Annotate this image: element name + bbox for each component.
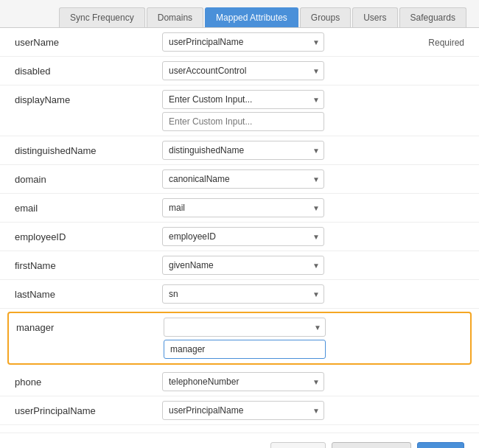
tab-domains[interactable]: Domains bbox=[147, 7, 203, 27]
tab-groups[interactable]: Groups bbox=[300, 7, 351, 27]
attr-row-disabled: disableduserAccountControl▼ bbox=[0, 57, 479, 85]
attr-input-wrapper-displayName: Enter Custom Input...▼ bbox=[162, 90, 464, 131]
attr-input-wrapper-firstName: givenName▼ bbox=[162, 256, 464, 275]
tab-safeguards[interactable]: Safeguards bbox=[399, 7, 466, 27]
select-distinguishedName[interactable]: distinguishedName bbox=[162, 141, 324, 160]
attr-label-email: email bbox=[15, 198, 162, 214]
tab-mapped-attributes[interactable]: Mapped Attributes bbox=[205, 7, 298, 27]
attr-label-lastName: lastName bbox=[15, 284, 162, 300]
cancel-button[interactable]: Cancel bbox=[270, 442, 325, 448]
attr-input-wrapper-userName: userPrincipalName▼ bbox=[162, 32, 421, 52]
select-lastName[interactable]: sn bbox=[162, 284, 324, 304]
custom-input-displayName[interactable] bbox=[162, 112, 324, 131]
required-badge: Required bbox=[428, 32, 464, 48]
attr-input-wrapper-manager: ▼ bbox=[164, 318, 463, 359]
attr-row-userName: userNameuserPrincipalName▼Required bbox=[0, 28, 479, 57]
select-employeeID[interactable]: employeeID bbox=[162, 227, 324, 246]
attr-label-distinguishedName: distinguishedName bbox=[15, 141, 162, 156]
content-area: userNameuserPrincipalName▼Requireddisabl… bbox=[0, 28, 479, 425]
select-wrap-disabled: userAccountControl▼ bbox=[162, 61, 324, 80]
attr-row-distinguishedName: distinguishedNamedistinguishedName▼ bbox=[0, 136, 479, 165]
attr-label-firstName: firstName bbox=[15, 256, 162, 271]
attr-row-domain: domaincanonicalName▼ bbox=[0, 165, 479, 194]
select-displayName[interactable]: Enter Custom Input... bbox=[162, 90, 324, 109]
select-manager[interactable] bbox=[164, 318, 326, 337]
select-domain[interactable]: canonicalName bbox=[162, 169, 324, 189]
attr-label-userPrincipalName: userPrincipalName bbox=[15, 401, 162, 416]
attr-label-employeeID: employeeID bbox=[15, 227, 162, 242]
attr-label-phone: phone bbox=[15, 372, 162, 388]
attr-input-wrapper-domain: canonicalName▼ bbox=[162, 169, 464, 189]
attr-row-lastName: lastNamesn▼ bbox=[0, 280, 479, 309]
attr-row-displayName: displayNameEnter Custom Input...▼ bbox=[0, 85, 479, 136]
select-wrap-phone: telephoneNumber▼ bbox=[162, 372, 324, 391]
custom-input-manager[interactable] bbox=[164, 340, 326, 359]
attr-row-userPrincipalName: userPrincipalNameuserPrincipalName▼ bbox=[0, 396, 479, 425]
attr-input-wrapper-lastName: sn▼ bbox=[162, 284, 464, 304]
select-wrap-email: mail▼ bbox=[162, 198, 324, 217]
attr-input-wrapper-phone: telephoneNumber▼ bbox=[162, 372, 464, 391]
select-wrap-manager: ▼ bbox=[164, 318, 326, 337]
save-button[interactable]: Save bbox=[417, 442, 464, 448]
attr-input-wrapper-disabled: userAccountControl▼ bbox=[162, 61, 464, 80]
attr-input-wrapper-distinguishedName: distinguishedName▼ bbox=[162, 141, 464, 160]
select-wrap-domain: canonicalName▼ bbox=[162, 169, 324, 189]
attr-input-wrapper-userPrincipalName: userPrincipalName▼ bbox=[162, 401, 464, 420]
select-email[interactable]: mail bbox=[162, 198, 324, 217]
attr-label-userName: userName bbox=[15, 32, 162, 48]
tabs-bar: Sync FrequencyDomainsMapped AttributesGr… bbox=[0, 0, 479, 28]
select-wrap-firstName: givenName▼ bbox=[162, 256, 324, 275]
select-wrap-lastName: sn▼ bbox=[162, 284, 324, 304]
tab-sync-frequency[interactable]: Sync Frequency bbox=[59, 7, 145, 27]
attr-input-wrapper-employeeID: employeeID▼ bbox=[162, 227, 464, 246]
select-wrap-employeeID: employeeID▼ bbox=[162, 227, 324, 246]
attr-label-displayName: displayName bbox=[15, 90, 162, 105]
select-wrap-displayName: Enter Custom Input...▼ bbox=[162, 90, 324, 109]
select-wrap-userName: userPrincipalName▼ bbox=[162, 32, 324, 52]
save-sync-button[interactable]: Save & Sync bbox=[332, 442, 411, 448]
attr-row-firstName: firstNamegivenName▼ bbox=[0, 251, 479, 280]
attr-row-email: emailmail▼ bbox=[0, 194, 479, 223]
attr-label-domain: domain bbox=[15, 169, 162, 185]
select-firstName[interactable]: givenName bbox=[162, 256, 324, 275]
attr-row-employeeID: employeeIDemployeeID▼ bbox=[0, 223, 479, 251]
select-phone[interactable]: telephoneNumber bbox=[162, 372, 324, 391]
select-userName[interactable]: userPrincipalName bbox=[162, 32, 324, 52]
select-wrap-distinguishedName: distinguishedName▼ bbox=[162, 141, 324, 160]
attr-row-manager: manager▼ bbox=[7, 312, 472, 365]
attr-row-phone: phonetelephoneNumber▼ bbox=[0, 368, 479, 396]
select-userPrincipalName[interactable]: userPrincipalName bbox=[162, 401, 324, 420]
attr-label-manager: manager bbox=[16, 318, 164, 333]
select-wrap-userPrincipalName: userPrincipalName▼ bbox=[162, 401, 324, 420]
attr-label-disabled: disabled bbox=[15, 61, 162, 77]
tab-users[interactable]: Users bbox=[352, 7, 397, 27]
select-disabled[interactable]: userAccountControl bbox=[162, 61, 324, 80]
footer: Cancel Save & Sync Save bbox=[0, 433, 479, 448]
attr-input-wrapper-email: mail▼ bbox=[162, 198, 464, 217]
